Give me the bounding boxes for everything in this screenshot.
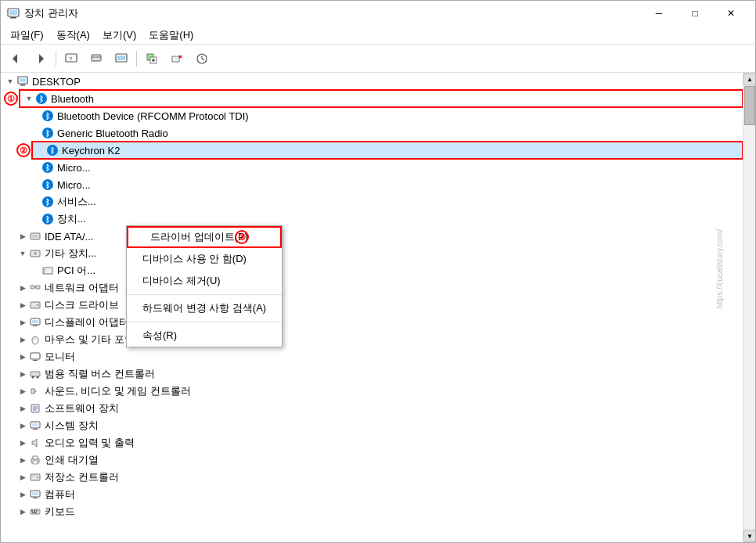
ide-expand[interactable]: ▶ <box>16 230 29 243</box>
tree-item-micro1[interactable]: ▷ ᛒ Micro... <box>1 159 743 176</box>
svg-marker-3 <box>13 54 17 63</box>
ctx-disable[interactable]: 디바이스 사용 안 함(D) <box>127 248 282 270</box>
system-icon <box>29 419 41 432</box>
tree-item-bt-generic[interactable]: ▷ ᛒ Generic Bluetooth Radio <box>1 124 743 142</box>
svg-text:ᛒ: ᛒ <box>45 112 50 120</box>
audio-label: 오디오 입력 및 출력 <box>45 436 135 450</box>
disk-expand[interactable]: ▶ <box>16 299 29 311</box>
bus-expand[interactable]: ▶ <box>16 368 29 380</box>
ctx-remove[interactable]: 디바이스 제거(U) <box>127 270 282 292</box>
system-expand[interactable]: ▶ <box>16 419 29 432</box>
svg-rect-56 <box>31 353 40 359</box>
bluetooth-label: Bluetooth <box>51 93 94 105</box>
tree-item-other[interactable]: ▼ 기타 장치... <box>1 245 743 262</box>
scroll-thumb[interactable] <box>744 86 755 125</box>
computer-expand[interactable]: ▶ <box>16 488 29 501</box>
scrollbar[interactable]: ▲ ▼ <box>743 73 755 542</box>
tree-item-software[interactable]: ▶ 소프트웨어 장치 <box>1 400 743 417</box>
tree-item-bus[interactable]: ▶ 범용 직렬 버스 컨트롤러 <box>1 365 743 383</box>
tree-item-keychron[interactable]: ▷ ᛒ Keychron K2 <box>32 142 743 159</box>
tree-item-monitor[interactable]: ▶ 모니터 <box>1 348 743 365</box>
expand-desktop-icon[interactable]: ▼ <box>4 75 16 88</box>
remove-device-button[interactable] <box>165 48 189 70</box>
ctx-properties-label: 속성(R) <box>142 329 177 341</box>
svg-point-50 <box>37 304 39 307</box>
device-tree[interactable]: ▼ DESKTOP ① ▼ <box>1 73 743 542</box>
sound-expand[interactable]: ▶ <box>16 385 29 397</box>
monitor-expand[interactable]: ▶ <box>16 351 29 363</box>
tree-item-pci[interactable]: ▷ ! PCI 어... <box>1 262 743 279</box>
tree-item-bluetooth[interactable]: ▼ ᛒ Bluetooth <box>20 90 743 107</box>
audio-icon <box>29 437 41 449</box>
ctx-scan[interactable]: 하드웨어 변경 사항 검색(A) <box>127 297 282 319</box>
tree-item-sound[interactable]: ▶ 사운드, 비디오 및 게임 컨트롤러 <box>1 383 743 400</box>
ctx-update-driver[interactable]: 드라이버 업데이트(P) <box>127 226 282 248</box>
print-expand[interactable]: ▶ <box>16 454 29 466</box>
print-label: 인쇄 대기열 <box>45 453 99 467</box>
bt-device-icon: ᛒ <box>41 110 54 122</box>
window-title: 장치 관리자 <box>24 6 641 20</box>
help-button[interactable]: ? <box>59 48 83 70</box>
tree-item-display[interactable]: ▶ 디스플레이 어댑터 <box>1 314 743 331</box>
svg-point-59 <box>32 376 34 379</box>
show-hidden-button[interactable] <box>85 48 108 70</box>
audio-expand[interactable]: ▶ <box>16 437 29 449</box>
tree-root-desktop[interactable]: ▼ DESKTOP <box>1 73 743 90</box>
keychron-bt-icon: ᛒ <box>46 144 59 156</box>
svg-rect-46 <box>31 286 34 289</box>
menu-action[interactable]: 동작(A) <box>50 27 96 44</box>
device-icon: ᛒ <box>41 213 54 225</box>
storage-expand[interactable]: ▶ <box>16 471 29 484</box>
expand-bluetooth-icon[interactable]: ▼ <box>23 92 35 105</box>
close-button[interactable]: ✕ <box>713 1 749 26</box>
tree-item-network[interactable]: ▶ 네트워크 어댑터 <box>1 279 743 297</box>
minimize-button[interactable]: ─ <box>641 1 677 26</box>
ctx-update-row: ③ 드라이버 업데이트(P) <box>127 226 282 248</box>
scan-button[interactable] <box>190 48 214 70</box>
tree-item-mouse[interactable]: ▶ 마우스 및 기타 포인팅 장치 <box>1 331 743 348</box>
network-icon <box>29 282 41 294</box>
svg-rect-76 <box>32 492 38 495</box>
monitor-label: 모니터 <box>45 350 75 364</box>
other-expand[interactable]: ▼ <box>16 247 29 260</box>
back-button[interactable] <box>4 48 27 70</box>
tree-item-keyboard[interactable]: ▶ 키보드 <box>1 503 743 520</box>
tree-item-bt-device[interactable]: ▷ ᛒ Bluetooth Device (RFCOMM Protocol TD… <box>1 107 743 124</box>
tree-item-ide[interactable]: ▶ IDE ATA/... <box>1 228 743 245</box>
forward-button[interactable] <box>29 48 52 70</box>
micro1-label: Micro... <box>57 162 91 174</box>
network-expand[interactable]: ▶ <box>16 282 29 294</box>
tree-item-device[interactable]: ▷ ᛒ 장치... <box>1 210 743 228</box>
menu-help[interactable]: 도움말(H) <box>142 27 200 44</box>
keyboard-expand[interactable]: ▶ <box>16 505 29 518</box>
menu-file[interactable]: 파일(F) <box>4 27 50 44</box>
tree-item-computer[interactable]: ▶ 컴퓨터 <box>1 486 743 503</box>
computer-icon <box>29 488 41 501</box>
scroll-down-button[interactable]: ▼ <box>743 530 755 542</box>
menu-view[interactable]: 보기(V) <box>96 27 142 44</box>
software-expand[interactable]: ▶ <box>16 402 29 415</box>
software-label: 소프트웨어 장치 <box>45 401 119 415</box>
tree-item-disk[interactable]: ▶ 디스크 드라이브 <box>1 297 743 314</box>
scroll-up-button[interactable]: ▲ <box>743 73 755 85</box>
tree-item-storage[interactable]: ▶ 저장소 컨트롤러 <box>1 469 743 486</box>
bt-generic-label: Generic Bluetooth Radio <box>57 128 168 139</box>
mouse-expand[interactable]: ▶ <box>16 333 29 346</box>
svg-rect-79 <box>31 510 33 512</box>
badge-1: ① <box>4 92 18 106</box>
tree-item-system[interactable]: ▶ 시스템 장치 <box>1 417 743 434</box>
service-label: 서비스... <box>57 195 96 209</box>
tree-item-micro2[interactable]: ▷ ᛒ Micro... <box>1 176 743 193</box>
scroll-track[interactable] <box>743 85 755 530</box>
display-icon <box>29 316 41 329</box>
ctx-properties[interactable]: 속성(R) <box>127 325 282 347</box>
tree-item-audio[interactable]: ▶ 오디오 입력 및 출력 <box>1 434 743 451</box>
keyboard-label: 키보드 <box>45 505 75 519</box>
add-button[interactable] <box>140 48 164 70</box>
display-expand[interactable]: ▶ <box>16 316 29 329</box>
svg-marker-4 <box>39 54 44 63</box>
tree-item-print[interactable]: ▶ 인쇄 대기열 <box>1 451 743 469</box>
maximize-button[interactable]: □ <box>677 1 713 26</box>
tree-item-service[interactable]: ▷ ᛒ 서비스... <box>1 193 743 210</box>
display-button[interactable] <box>110 48 133 70</box>
